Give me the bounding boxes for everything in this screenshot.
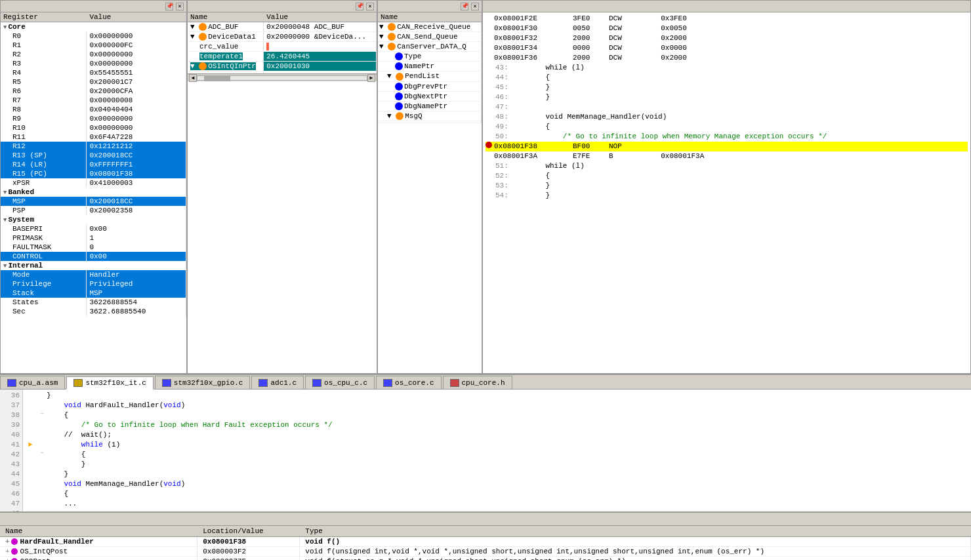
reg-row[interactable]: R90x00000000 xyxy=(1,114,186,123)
reg-row[interactable]: ModeHandler xyxy=(1,270,186,279)
reg-row[interactable]: PSP0x20002358 xyxy=(1,206,186,215)
watch2-row[interactable]: ▼ CanServer_DATA_Q xyxy=(378,42,482,52)
watch1-row[interactable]: ▼ DeviceData10x20000000 &DeviceDa... xyxy=(188,32,377,42)
reg-row[interactable]: xPSR0x41000003 xyxy=(1,178,186,188)
reg-row[interactable]: FAULTMASK0 xyxy=(1,243,186,252)
reg-section-system: ▼System xyxy=(1,215,186,224)
watch1-col-value: Value xyxy=(264,12,377,22)
tab-os_core-c[interactable]: os_core.c xyxy=(376,376,441,389)
reg-row[interactable]: PRIMASK1 xyxy=(1,233,186,243)
line-number: 40 xyxy=(3,430,20,440)
watch2-row[interactable]: DbgNextPtr xyxy=(378,91,482,101)
registers-panel: 📌 ✕ Register Value ▼CoreR00x00000000R10x… xyxy=(0,0,187,374)
tab-os_cpu_c-c[interactable]: os_cpu_c.c xyxy=(305,376,375,389)
disasm-line: 0x08001F32 2000 DCW 0x2000 xyxy=(486,33,968,43)
tab-cpu_a-asm[interactable]: cpu_a.asm xyxy=(0,376,65,389)
reg-row[interactable]: R30x00000000 xyxy=(1,59,186,68)
code-line: { xyxy=(28,489,966,499)
watch2-row[interactable]: NamePtr xyxy=(378,62,482,71)
disasm-line: 44: { xyxy=(486,73,968,83)
reg-row[interactable]: R50x200001C7 xyxy=(1,77,186,87)
watch1-col-name: Name xyxy=(188,12,264,22)
watch1-row[interactable]: crc_value xyxy=(188,42,377,52)
watch2-row[interactable]: ▼ PendList xyxy=(378,71,482,81)
reg-row[interactable]: CONTROL0x00 xyxy=(1,252,186,261)
call-stack-row[interactable]: +OS_IntQPost 0x080003F2 void f(unsigned … xyxy=(0,547,971,557)
watch2-panel: 📌 ✕ Name ▼ CAN_Receive_Queue▼ CAN_Send_Q… xyxy=(377,0,482,374)
watch1-controls: 📌 ✕ xyxy=(356,3,374,10)
watch2-row[interactable]: ▼ CAN_Send_Queue xyxy=(378,32,482,42)
tab-adc1-c[interactable]: adc1.c xyxy=(251,376,304,389)
watch2-row[interactable]: ▼ CAN_Receive_Queue xyxy=(378,22,482,32)
watch1-panel: 📌 ✕ Name Value ▼ ADC_BUF0x20000048 ADC_B… xyxy=(187,0,377,374)
disasm-line: 53: } xyxy=(486,181,968,191)
registers-close-btn[interactable]: ✕ xyxy=(176,3,184,10)
watch2-header: 📌 ✕ xyxy=(378,1,482,12)
watch1-scrollbar[interactable]: ◀ ▶ xyxy=(188,73,377,81)
reg-row[interactable]: R80x04040404 xyxy=(1,105,186,114)
tab-stm32f10x_gpio-c[interactable]: stm32f10x_gpio.c xyxy=(155,376,251,389)
registers-header: 📌 ✕ xyxy=(1,1,186,12)
reg-row[interactable]: R100x00000000 xyxy=(1,123,186,132)
reg-row[interactable]: BASEPRI0x00 xyxy=(1,224,186,233)
call-col-location: Location/Value xyxy=(197,526,300,537)
watch2-col-name: Name xyxy=(378,12,482,22)
code-line: void HardFault_Handler(void) xyxy=(28,401,966,410)
watch1-close-btn[interactable]: ✕ xyxy=(366,3,374,10)
watch1-row[interactable]: ▼ OSIntQInPtr0x20001030 xyxy=(188,62,377,71)
line-number: 47 xyxy=(3,499,20,509)
disasm-line: 48: void MemManage_Handler(void) xyxy=(486,112,968,122)
call-stack-row[interactable]: +OSQPost 0x0800277E void f(struct os_q *… xyxy=(0,557,971,561)
reg-row[interactable]: States36226888554 xyxy=(1,298,186,307)
reg-row[interactable]: R110x6F4A7228 xyxy=(1,132,186,142)
disasm-line: 0x08001F34 0000 DCW 0x0000 xyxy=(486,43,968,53)
reg-row[interactable]: R60x20000CFA xyxy=(1,87,186,96)
disasm-line: 50: /* Go to infinite loop when Memory M… xyxy=(486,132,968,142)
code-line: ⁻ { xyxy=(28,450,966,460)
call-stack-row[interactable]: +HardFault_Handler 0x08001F38 void f() xyxy=(0,537,971,547)
reg-row[interactable]: R00x00000000 xyxy=(1,31,186,41)
watch1-row[interactable]: ▼ ADC_BUF0x20000048 ADC_BUF xyxy=(188,22,377,32)
watch2-row[interactable] xyxy=(378,121,482,123)
watch2-row[interactable]: DbgPrevPtr xyxy=(378,81,482,91)
reg-row[interactable]: R120x12121212 xyxy=(1,142,186,151)
watch2-row[interactable]: Type xyxy=(378,52,482,62)
watch1-row[interactable]: temperate126.4260445 xyxy=(188,52,377,62)
watch2-row[interactable]: DbgNamePtr xyxy=(378,101,482,111)
code-line: void MemManage_Handler(void) xyxy=(28,479,966,489)
watch1-scroll-thumb[interactable] xyxy=(204,76,230,81)
reg-row[interactable]: R15 (PC)0x08001F38 xyxy=(1,169,186,178)
disassembly-header xyxy=(483,1,970,12)
watch1-scroll-track[interactable] xyxy=(197,75,367,81)
disassembly-panel: 0x08001F2E 3FE0 DCW 0x3FE00x08001F30 005… xyxy=(482,0,971,374)
registers-pin-btn[interactable]: 📌 xyxy=(165,3,173,10)
watch1-scroll-left[interactable]: ◀ xyxy=(189,74,197,82)
tab-stm32f10x_it-c[interactable]: stm32f10x_it.c xyxy=(66,376,153,390)
watch1-scroll-right[interactable]: ▶ xyxy=(367,74,375,82)
reg-section-internal: ▼Internal xyxy=(1,261,186,270)
reg-row[interactable]: R10x000000FC xyxy=(1,41,186,50)
reg-row[interactable]: R20x00000000 xyxy=(1,50,186,59)
reg-row[interactable]: PrivilegePrivileged xyxy=(1,279,186,289)
line-number: 44 xyxy=(3,470,20,479)
reg-row[interactable]: MSP0x200018CC xyxy=(1,197,186,206)
watch2-row[interactable]: ▼ MsgQ xyxy=(378,111,482,121)
line-number: 38 xyxy=(3,410,20,420)
line-numbers: 3637383940414243444546474849... xyxy=(0,390,23,511)
reg-row[interactable]: Sec3622.68885540 xyxy=(1,307,186,316)
tab-cpu_core-h[interactable]: cpu_core.h xyxy=(443,376,512,389)
watch2-pin-btn[interactable]: 📌 xyxy=(461,3,468,10)
disasm-line: 0x08001F3A E7FE B 0x08001F3A xyxy=(486,151,968,161)
reg-row[interactable]: R14 (LR)0xFFFFFFF1 xyxy=(1,160,186,169)
code-line: ⁻ { xyxy=(28,410,966,420)
reg-row[interactable]: R13 (SP)0x200018CC xyxy=(1,151,186,160)
line-number: 36 xyxy=(3,391,20,401)
watch1-pin-btn[interactable]: 📌 xyxy=(356,3,363,10)
reg-row[interactable]: R70x00000008 xyxy=(1,96,186,105)
code-line: } xyxy=(28,391,966,401)
call-stack-table-container: Name Location/Value Type +HardFault_Hand… xyxy=(0,526,971,560)
disasm-line: 0x08001F2E 3FE0 DCW 0x3FE0 xyxy=(486,14,968,24)
watch2-close-btn[interactable]: ✕ xyxy=(471,3,479,10)
reg-row[interactable]: StackMSP xyxy=(1,289,186,298)
reg-row[interactable]: R40x55455551 xyxy=(1,68,186,77)
